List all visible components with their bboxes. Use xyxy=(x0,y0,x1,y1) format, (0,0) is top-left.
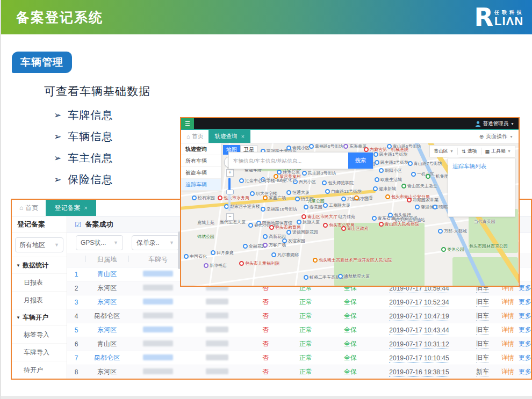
more-link[interactable]: 更多 xyxy=(519,340,531,347)
map-poi[interactable]: 包头市园林百克公园 xyxy=(469,243,508,249)
map-poi[interactable]: 奥体公园 xyxy=(441,246,464,252)
table-row[interactable]: 7昆都仑区否正常全保2019-07-17 10:10:45旧车详情更多 xyxy=(67,351,531,365)
menu-icon[interactable]: ☰ xyxy=(181,118,194,129)
map-poi[interactable]: 当代青英园 xyxy=(474,219,495,224)
detail-link[interactable]: 详情 xyxy=(501,312,514,320)
tab-registration[interactable]: 登记备案 × xyxy=(46,200,96,216)
map-poi[interactable]: 汇金中心写字楼·B8座 xyxy=(239,178,286,184)
table-row[interactable]: 6青山区否正常全保2019-07-17 10:31:12旧车详情更多 xyxy=(67,337,531,351)
map-poi[interactable]: 松石家园 xyxy=(192,195,215,201)
sidebar-item-车牌导入[interactable]: 车牌导入 xyxy=(12,344,67,361)
map-poi[interactable]: 工商联大厦 xyxy=(323,202,350,208)
table-row[interactable]: 5东河区否正常全保2019-07-17 10:43:44旧车详情更多 xyxy=(67,323,531,337)
close-tab-icon[interactable]: × xyxy=(84,205,88,211)
map-poi[interactable]: 宝鑫广场 xyxy=(263,195,286,201)
toolbox-button[interactable]: ▦ 工具箱 ▼ xyxy=(481,148,515,155)
map-poi[interactable]: 包头市儿童福利院 xyxy=(239,260,279,266)
poi-icon xyxy=(385,194,390,199)
map-canvas[interactable]: 气象局富强路十号街坊青苑小区幸福路6号街坊东海商厦内蒙古第一机械医院青山路6号街… xyxy=(181,143,519,286)
map-poi[interactable]: 民主路1号街坊 xyxy=(373,151,407,157)
more-link[interactable]: 更多 xyxy=(519,354,531,361)
map-poi[interactable]: 高新花园 xyxy=(263,234,286,240)
map-poi[interactable]: 健康新城 xyxy=(373,186,396,192)
map-poi[interactable]: 春意园 xyxy=(304,204,322,210)
map-poi[interactable]: 诺德国际花园 xyxy=(286,229,318,235)
map-poi[interactable]: 青山区政府 xyxy=(341,226,369,231)
map-poi[interactable]: 朝阳小区 xyxy=(379,168,402,173)
map-poi[interactable]: 自由路13号街坊 xyxy=(325,188,362,194)
map-poi[interactable]: 一锅香 xyxy=(354,195,373,201)
map-poi[interactable]: 新华书店 xyxy=(204,263,227,269)
detail-link[interactable]: 详情 xyxy=(501,354,514,361)
sidebar-item-标签导入[interactable]: 标签导入 xyxy=(12,326,67,344)
map-poi[interactable]: 民主路2号街坊 xyxy=(375,159,408,165)
sidebar-item-待开户[interactable]: 待开户 xyxy=(12,361,67,379)
map-poi[interactable]: 包头市水务局 xyxy=(218,195,249,201)
tab-home[interactable]: ⌂ 首页 xyxy=(181,133,209,140)
map-poi[interactable]: 电力佳苑 xyxy=(338,214,355,220)
table-row[interactable]: 3东河区否正常全保2019-07-17 10:52:34旧车详情更多 xyxy=(67,295,531,309)
map-poi[interactable]: 欧鹿生活城 xyxy=(375,177,402,183)
district-select[interactable]: 青山区 ▼ xyxy=(430,148,457,155)
map-poi[interactable]: 民主路3号街坊 xyxy=(302,170,336,176)
map-poi[interactable]: 青山路6号街坊 xyxy=(387,143,421,149)
detail-link[interactable]: 详情 xyxy=(501,340,514,347)
map-poi[interactable]: 青山区天主教堂 xyxy=(401,183,437,189)
detail-link[interactable]: 详情 xyxy=(501,298,514,306)
map-poi[interactable]: 凡尔赛观邸 xyxy=(271,252,299,258)
map-poi[interactable]: 通航航空大厦 xyxy=(338,273,370,279)
map-poi[interactable]: 幸福路16号街坊 xyxy=(261,206,297,212)
col-region[interactable]: 归属地 xyxy=(85,255,128,264)
map-sidebar-item-所有车辆[interactable]: 所有车辆 xyxy=(181,155,221,167)
sidebar-group-车辆开户[interactable]: ▼车辆开户 xyxy=(12,309,67,326)
table-row[interactable]: 8东河区否正常全保2019-07-16 19:38:15新车详情更多 xyxy=(67,365,531,379)
region-select[interactable]: 所有地区 ▼ xyxy=(15,237,63,252)
filter-dropdown[interactable]: 保单录..▼ xyxy=(132,235,179,250)
sidebar-item-日报表[interactable]: 日报表 xyxy=(12,274,67,292)
slide: 备案登记系统 R 任联科技 LIΛN 车辆管理 可查看车辆基础数据 ➢车牌信息➢… xyxy=(0,0,532,399)
page-operations-menu[interactable]: ⊕ 页面操作 ▼ xyxy=(479,133,519,140)
map-poi[interactable]: 包头师范学院 xyxy=(322,180,354,186)
table-row[interactable]: 4昆都仑区否正常全保2019-07-17 10:47:19旧车详情更多 xyxy=(67,309,531,323)
map-poi[interactable]: 青苑小区 xyxy=(286,145,310,151)
zoom-slider-handle[interactable] xyxy=(226,190,234,194)
user-menu[interactable]: 普通管理员 ▼ xyxy=(475,120,519,127)
map-poi[interactable]: 鹿城上苑 xyxy=(197,220,214,226)
map-poi[interactable]: 锦绣公园 xyxy=(197,234,214,240)
map-poi[interactable]: 包头稀土高新技术产业开发区人民法院 xyxy=(313,257,392,263)
map-sidebar-item-追踪车辆[interactable]: 追踪车辆 xyxy=(181,179,221,191)
zoom-out-button[interactable]: − xyxy=(226,213,234,221)
map-poi[interactable]: 青山区人民检察院 xyxy=(379,221,419,227)
map-poi[interactable]: 中国石化 xyxy=(184,253,207,259)
detail-link[interactable]: 详情 xyxy=(501,368,514,375)
sidebar-item-月报表[interactable]: 月报表 xyxy=(12,292,67,309)
options-button[interactable]: ⇅ 选项 xyxy=(457,148,481,155)
map-poi[interactable]: 东海商厦 xyxy=(343,143,366,149)
more-link[interactable]: 更多 xyxy=(519,326,531,333)
zoom-in-button[interactable]: + xyxy=(226,169,234,177)
map-poi[interactable]: 和顺园家常菜 xyxy=(407,197,438,203)
map-poi[interactable]: 包头银行 xyxy=(388,212,411,218)
map-sidebar-item-被盗车辆[interactable]: 被盗车辆 xyxy=(181,167,221,179)
more-link[interactable]: 更多 xyxy=(519,298,531,306)
map-poi[interactable]: 万郡·大都城 xyxy=(438,228,467,234)
map-poi[interactable]: 青山路7号街坊 xyxy=(408,161,442,166)
map-poi[interactable]: 日月豪庭 xyxy=(211,250,234,256)
detail-link[interactable]: 详情 xyxy=(501,326,514,333)
tab-home[interactable]: ⌂ 首页 xyxy=(12,204,46,213)
filter-dropdown[interactable]: GPS状...▼ xyxy=(76,235,123,250)
search-button[interactable]: 搜索 xyxy=(348,153,373,169)
zoom-slider[interactable] xyxy=(228,178,231,211)
map-poi[interactable]: 儿童公园 xyxy=(307,198,325,204)
more-link[interactable]: 更多 xyxy=(519,368,531,375)
map-poi[interactable]: 恒通大厦 xyxy=(286,190,310,195)
poi-label: 青山区人民检察院 xyxy=(385,221,419,227)
map-sidebar-item-轨迹查询[interactable]: 轨迹查询 xyxy=(181,143,221,155)
more-link[interactable]: 更多 xyxy=(519,312,531,320)
tab-track-query[interactable]: 轨迹查询 × xyxy=(209,130,250,143)
map-poi[interactable]: 幸福路6号街坊 xyxy=(309,143,343,149)
sidebar-group-数据统计[interactable]: ▼数据统计 xyxy=(12,257,67,274)
close-tab-icon[interactable]: × xyxy=(241,133,245,140)
search-input[interactable] xyxy=(229,158,348,164)
more-link[interactable]: 更多 xyxy=(519,284,531,292)
